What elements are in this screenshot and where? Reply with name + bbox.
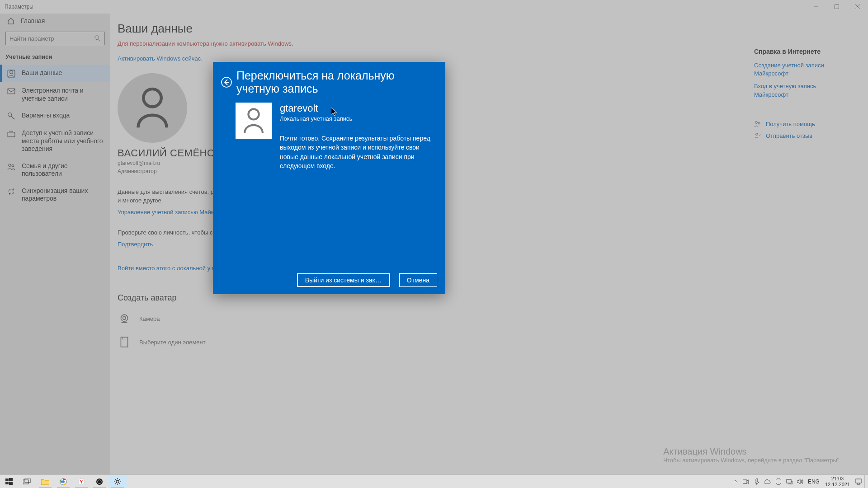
- verify-link[interactable]: Подтвердить: [118, 241, 153, 248]
- clock-date: 12.12.2021: [825, 482, 850, 487]
- mouse-cursor-icon: [331, 108, 337, 117]
- start-button[interactable]: [0, 475, 18, 488]
- settings-taskbar-button[interactable]: [108, 475, 127, 488]
- svg-point-21: [248, 109, 259, 119]
- svg-point-29: [62, 480, 65, 483]
- activation-warning: Для персонализации компьютера нужно акти…: [118, 40, 868, 47]
- svg-rect-24: [5, 482, 9, 484]
- nav-label: Доступ к учетной записи места работы или…: [22, 129, 104, 153]
- watermark-title: Активация Windows: [663, 446, 841, 457]
- camera-label: Камера: [139, 315, 160, 322]
- nav-label: Ваши данные: [22, 69, 104, 77]
- maximize-button[interactable]: [826, 0, 847, 14]
- obs-taskbar-button[interactable]: [90, 475, 108, 488]
- get-help-link[interactable]: Получить помощь: [754, 121, 844, 128]
- get-help-label: Получить помощь: [766, 121, 815, 127]
- home-button[interactable]: Главная: [0, 14, 110, 28]
- svg-point-19: [756, 133, 758, 135]
- tray-meet-icon[interactable]: [741, 475, 751, 488]
- taskbar: Y ENG 21:03 12.12.2021: [0, 474, 868, 488]
- tray-defender-icon[interactable]: [774, 475, 783, 488]
- nav-item-work[interactable]: Доступ к учетной записи места работы или…: [0, 125, 110, 158]
- minimize-button[interactable]: [806, 0, 826, 14]
- file-icon: [118, 335, 131, 349]
- sidebar: Главная Найти параметр Учетные записи Ва…: [0, 14, 110, 474]
- gear-icon: [114, 478, 121, 485]
- back-arrow-icon: [221, 77, 232, 88]
- back-button[interactable]: [221, 76, 232, 89]
- search-input[interactable]: Найти параметр: [5, 32, 105, 45]
- svg-rect-1: [835, 5, 839, 9]
- titlebar: Параметры: [0, 0, 868, 14]
- svg-rect-45: [787, 479, 791, 483]
- svg-point-12: [12, 164, 14, 167]
- help-link-create[interactable]: Создание учетной записи Майкрософт: [754, 61, 844, 78]
- svg-rect-22: [5, 479, 9, 481]
- show-desktop-button[interactable]: [864, 475, 867, 488]
- svg-rect-46: [856, 479, 861, 483]
- feedback-label: Отправить отзыв: [766, 132, 812, 139]
- svg-rect-25: [9, 482, 13, 485]
- help-icon: [754, 121, 761, 128]
- svg-rect-10: [8, 132, 15, 137]
- close-button[interactable]: [847, 0, 868, 14]
- svg-line-40: [119, 483, 120, 484]
- settings-window: Параметры Главная Найти параметр Учетные…: [0, 0, 868, 488]
- nav-item-email[interactable]: Электронная почта и учетные записи: [0, 82, 110, 107]
- nav-label: Электронная почта и учетные записи: [22, 87, 104, 103]
- svg-point-34: [116, 480, 119, 483]
- svg-point-6: [10, 70, 13, 74]
- nav-item-your-info[interactable]: Ваши данные: [0, 65, 110, 82]
- explorer-taskbar-button[interactable]: [36, 475, 54, 488]
- task-view-icon: [23, 479, 31, 485]
- svg-point-13: [143, 89, 161, 107]
- tray-onedrive-icon[interactable]: [763, 475, 773, 488]
- choose-file-option[interactable]: Выберите один элемент: [118, 335, 868, 349]
- svg-rect-27: [25, 479, 30, 483]
- activate-link[interactable]: Активировать Windows сейчас.: [118, 55, 203, 62]
- nav-item-sync[interactable]: Синхронизация ваших параметров: [0, 183, 110, 207]
- feedback-icon: [754, 132, 761, 140]
- window-title: Параметры: [5, 4, 33, 10]
- tray-language[interactable]: ENG: [806, 479, 821, 485]
- svg-line-39: [115, 479, 116, 480]
- search-placeholder: Найти параметр: [9, 35, 54, 42]
- help-link-signin[interactable]: Вход в учетную запись Майкрософт: [754, 82, 844, 99]
- camera-option[interactable]: Камера: [118, 312, 868, 325]
- yandex-taskbar-button[interactable]: Y: [72, 475, 90, 488]
- svg-line-42: [119, 479, 120, 480]
- svg-point-15: [123, 317, 126, 320]
- nav-item-signin[interactable]: Варианты входа: [0, 107, 110, 125]
- briefcase-icon: [7, 130, 15, 138]
- obs-icon: [96, 478, 103, 485]
- svg-point-14: [121, 315, 127, 322]
- tray-mic-icon[interactable]: [752, 475, 762, 488]
- svg-point-4: [95, 36, 99, 40]
- nav-item-family[interactable]: Семья и другие пользователи: [0, 158, 110, 183]
- person-icon: [134, 87, 170, 129]
- signout-finish-button[interactable]: Выйти из системы и закончить р...: [297, 273, 390, 287]
- svg-line-5: [99, 39, 100, 41]
- task-view-button[interactable]: [18, 475, 36, 488]
- search-icon: [94, 35, 101, 42]
- modal-description: Почти готово. Сохраните результаты работ…: [280, 134, 434, 170]
- chrome-icon: [60, 478, 67, 485]
- nav-label: Синхронизация ваших параметров: [22, 187, 104, 203]
- svg-point-17: [755, 121, 758, 123]
- tray-clock[interactable]: 21:03 12.12.2021: [822, 476, 853, 487]
- svg-line-41: [115, 483, 116, 484]
- tray-volume-icon[interactable]: [795, 475, 805, 488]
- modal-subtitle: Локальная учетная запись: [280, 115, 434, 122]
- tray-network-icon[interactable]: [784, 475, 794, 488]
- chrome-taskbar-button[interactable]: [54, 475, 72, 488]
- activation-watermark: Активация Windows Чтобы активировать Win…: [663, 446, 841, 464]
- svg-point-9: [8, 113, 12, 117]
- watermark-subtitle: Чтобы активировать Windows, перейдите в …: [663, 457, 841, 464]
- mail-icon: [7, 87, 15, 95]
- tray-chevron-icon[interactable]: [730, 475, 740, 488]
- feedback-link[interactable]: Отправить отзыв: [754, 132, 844, 140]
- cancel-button[interactable]: Отмена: [399, 273, 437, 287]
- svg-rect-16: [121, 338, 127, 347]
- tray-notifications-icon[interactable]: [854, 475, 863, 488]
- home-label: Главная: [21, 17, 45, 24]
